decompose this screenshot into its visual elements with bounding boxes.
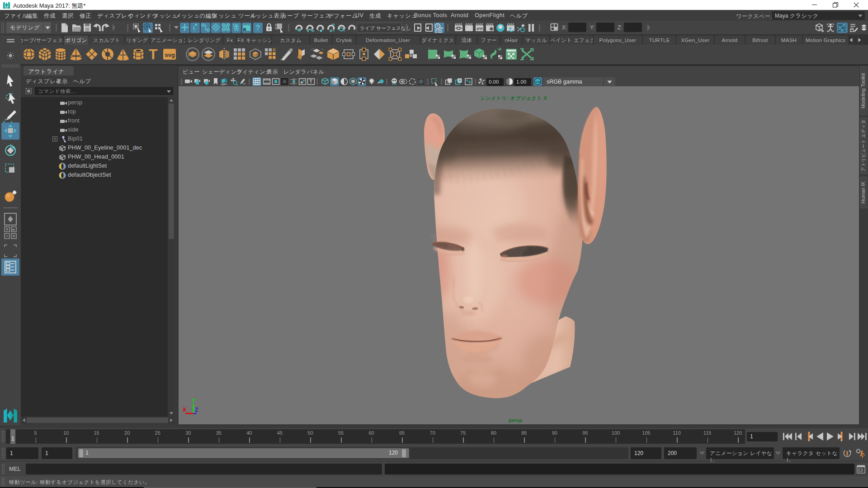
svg-text:T: T [149, 47, 158, 61]
svg-text:IPR: IPR [476, 27, 483, 31]
svg-text:Z: Z [195, 407, 198, 413]
svg-text:X: X [183, 407, 186, 413]
svg-text:svg: svg [165, 52, 175, 58]
svg-text:Y: Y [192, 398, 195, 404]
svg-text:T: T [310, 79, 312, 84]
svg-text:ON: ON [536, 80, 541, 84]
svg-text:?: ? [255, 23, 260, 32]
svg-text:{;}: {;} [859, 468, 863, 472]
